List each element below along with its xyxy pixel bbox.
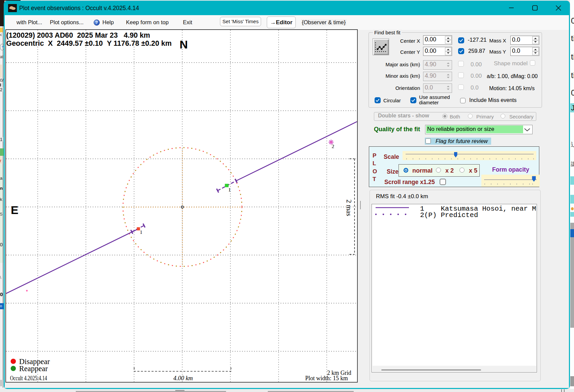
svg-text:2(P) Predicted: 2(P) Predicted: [420, 211, 478, 219]
